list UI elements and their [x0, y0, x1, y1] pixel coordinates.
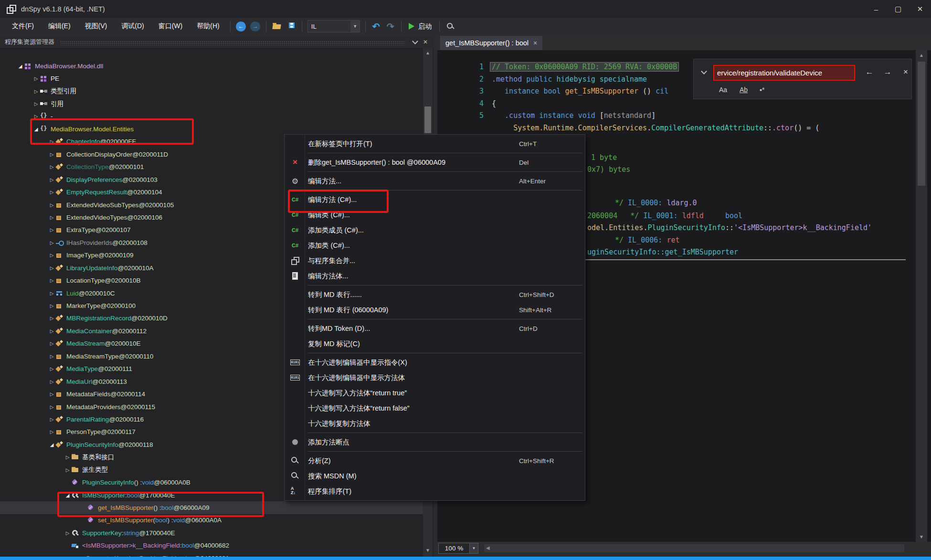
match-whole-word-toggle[interactable]: Ab — [740, 86, 748, 94]
menu-item-2[interactable]: 视图(V) — [78, 18, 115, 34]
horizontal-scrollbar[interactable]: ◀ — [484, 544, 904, 552]
expand-icon[interactable]: ▷ — [48, 215, 56, 220]
context-menu-item-edit-method-csharp[interactable]: C#编辑方法 (C#)... — [285, 192, 585, 207]
tree-item-pe[interactable]: ▷PE — [0, 72, 424, 85]
navigate-back-button[interactable]: ← — [234, 20, 248, 33]
collapse-icon[interactable]: ◢ — [48, 442, 56, 447]
expand-icon[interactable]: ▷ — [48, 227, 56, 232]
expand-icon[interactable]: ▷ — [48, 328, 56, 334]
expand-icon[interactable]: ▷ — [48, 253, 56, 258]
scroll-up-icon[interactable]: ▲ — [423, 50, 433, 55]
search-options-chevron[interactable] — [698, 66, 710, 78]
context-menu-item-hex-copy-method-body[interactable]: 十六进制复制方法体 — [285, 416, 585, 431]
tree-item-assembly-mediabrowser-model-dll[interactable]: ◢MediaBrowser.Model.dll — [0, 60, 424, 72]
regex-toggle[interactable]: ▪* — [760, 86, 764, 94]
expand-icon[interactable]: ▷ — [63, 467, 72, 473]
zoom-level-combobox[interactable]: 100 % — [438, 543, 470, 554]
language-combobox[interactable]: IL ▼ — [307, 20, 360, 32]
scroll-down-icon[interactable]: ▼ — [916, 534, 927, 539]
undo-button[interactable]: ↶ — [369, 20, 383, 33]
open-button[interactable] — [270, 20, 284, 33]
context-menu-item-search-msdn[interactable]: 搜索 MSDN (M) — [285, 468, 585, 484]
context-menu-item-edit-class-csharp[interactable]: C#编辑类 (C#)... — [285, 207, 585, 222]
expand-icon[interactable]: ▷ — [48, 303, 56, 308]
expand-icon[interactable]: ▷ — [48, 240, 56, 245]
expand-icon[interactable]: ▷ — [48, 291, 56, 296]
tab-close-icon[interactable]: × — [533, 39, 537, 47]
find-next-button[interactable]: → — [881, 66, 894, 78]
expand-icon[interactable]: ▷ — [63, 530, 72, 536]
expand-icon[interactable]: ▷ — [48, 278, 56, 283]
collapse-icon[interactable]: ◢ — [63, 493, 72, 498]
panel-close-button[interactable]: ✕ — [420, 37, 431, 47]
expand-icon[interactable]: ▷ — [48, 177, 56, 182]
context-menu-item-show-method-body-in-hex-editor[interactable]: 在十六进制编辑器中显示方法体 — [285, 370, 585, 385]
collapse-icon[interactable]: ◢ — [32, 127, 40, 132]
zoom-dropdown-button[interactable]: ▼ — [470, 543, 478, 554]
tree-item-type-references[interactable]: ▷类型引用 — [0, 85, 424, 97]
context-menu-item-merge-with-assembly[interactable]: 与程序集合并... — [285, 253, 585, 268]
menu-item-3[interactable]: 调试(D) — [114, 18, 151, 34]
context-menu-item-copy-md-token[interactable]: 复制 MD 标记(C) — [285, 336, 585, 351]
expand-icon[interactable]: ▷ — [48, 265, 56, 271]
context-menu-item-edit-method-body[interactable]: 编辑方法体... — [285, 268, 585, 284]
tree-item-namespace-empty[interactable]: ▷- — [0, 110, 424, 123]
match-case-toggle[interactable]: Aa — [719, 86, 727, 94]
context-menu-item-goto-md-token[interactable]: 转到MD Token (D)...Ctrl+D — [285, 321, 585, 336]
redo-button[interactable]: ↷ — [383, 20, 398, 33]
editor-scrollbar-thumb[interactable] — [918, 62, 925, 186]
context-menu-item-open-in-new-tab[interactable]: 在新标签页中打开(T)Ctrl+T — [285, 136, 585, 151]
expand-icon[interactable]: ▷ — [48, 429, 56, 434]
menu-item-0[interactable]: 文件(F) — [5, 18, 41, 34]
expand-icon[interactable]: ▷ — [48, 341, 56, 346]
expand-icon[interactable]: ▷ — [48, 366, 56, 371]
maximize-button[interactable]: ▢ — [887, 0, 909, 18]
expand-icon[interactable]: ▷ — [48, 139, 56, 144]
search-close-button[interactable]: × — [899, 66, 912, 78]
expand-icon[interactable]: ▷ — [32, 114, 40, 119]
context-menu-item-show-instructions-in-hex-editor[interactable]: 在十六进制编辑器中显示指令(X) — [285, 355, 585, 370]
tree-item-namespace-mediabrowser-model-entities[interactable]: ◢MediaBrowser.Model.Entities — [0, 123, 424, 135]
context-menu-item-goto-md-table-row-06000a09[interactable]: 转到 MD 表行 (06000A09)Shift+Alt+R — [285, 302, 585, 317]
start-button[interactable]: 启动 — [405, 22, 436, 31]
tab-get-ismbsupporter[interactable]: get_IsMBSupporter() : bool × — [440, 36, 542, 50]
tree-item-property-supporterkey[interactable]: ▷SupporterKey : string @1700040E — [0, 527, 424, 539]
expand-icon[interactable]: ▷ — [48, 391, 56, 397]
menu-item-4[interactable]: 窗口(W) — [151, 18, 190, 34]
context-menu-item-goto-md-table-row[interactable]: 转到 MD 表行......Ctrl+Shift+D — [285, 287, 585, 302]
expand-icon[interactable]: ▷ — [48, 316, 56, 321]
context-menu-item-sort-assemblies[interactable]: 程序集排序(T) — [285, 484, 585, 499]
context-menu-item-hex-write-method-body-return-true[interactable]: 十六进制写入方法体“return true” — [285, 385, 585, 401]
expand-icon[interactable]: ▷ — [48, 190, 56, 195]
tree-item-method-get-ismbsupporter[interactable]: get_IsMBSupporter() : bool @06000A09 — [0, 501, 424, 514]
close-button[interactable]: ✕ — [909, 0, 931, 18]
expand-icon[interactable]: ▷ — [32, 101, 40, 106]
context-menu-item-add-class-members-csharp[interactable]: C#添加类成员 (C#)... — [285, 222, 585, 238]
panel-position-button[interactable] — [410, 37, 420, 47]
expand-icon[interactable]: ▷ — [48, 354, 56, 359]
expand-icon[interactable]: ▷ — [63, 454, 72, 460]
tree-scrollbar-thumb[interactable] — [424, 106, 431, 133]
menu-item-5[interactable]: 帮助(H) — [190, 18, 226, 34]
expand-icon[interactable]: ▷ — [48, 379, 56, 384]
expand-icon[interactable]: ▷ — [48, 152, 56, 157]
scroll-down-icon[interactable]: ▼ — [423, 548, 433, 553]
context-menu-item-hex-write-method-body-return-false[interactable]: 十六进制写入方法体“return false” — [285, 401, 585, 416]
search-input[interactable] — [713, 65, 855, 81]
expand-icon[interactable]: ▷ — [32, 76, 40, 81]
expand-icon[interactable]: ▷ — [48, 164, 56, 169]
tree-item-references[interactable]: ▷引用 — [0, 97, 424, 110]
scroll-up-icon[interactable]: ▲ — [916, 53, 927, 58]
expand-icon[interactable]: ▷ — [48, 417, 56, 422]
context-menu-item-edit-method[interactable]: ⚙编辑方法...Alt+Enter — [285, 173, 585, 189]
find-previous-button[interactable]: ← — [863, 66, 876, 78]
expand-icon[interactable]: ▷ — [48, 202, 56, 208]
context-menu-item-add-method-breakpoint[interactable]: 添加方法断点 — [285, 434, 585, 450]
context-menu-item-delete-method[interactable]: ×删除get_IsMBSupporter() : bool @06000A09D… — [285, 155, 585, 170]
navigate-forward-button[interactable]: → — [248, 20, 263, 33]
editor-scrollbar[interactable]: ▲ ▼ — [916, 50, 927, 542]
tree-item-field-ismbsupporter-backingfield[interactable]: <IsMBSupporter>k__BackingField : bool @0… — [0, 539, 424, 552]
minimize-button[interactable]: – — [865, 0, 887, 18]
tree-item-method-set-ismbsupporter[interactable]: set_IsMBSupporter(bool) : void @06000A0A — [0, 514, 424, 527]
context-menu-item-analyze[interactable]: 分析(Z)Ctrl+Shift+R — [285, 453, 585, 468]
